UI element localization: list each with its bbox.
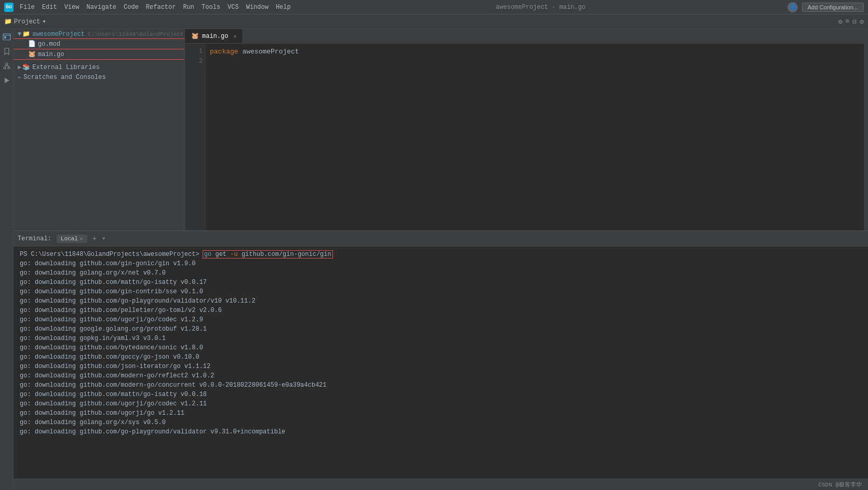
project-text: Project [14,18,40,25]
tree-item-maingo[interactable]: 🐹 main.go [14,49,184,59]
code-line-2 [210,58,860,69]
terminal-output[interactable]: PS C:\Users\11848\GolandProjects\awesome… [14,247,868,490]
menu-view[interactable]: View [61,3,83,12]
expand-icon-libs: ▶ [18,63,21,71]
tab-close-icon[interactable]: ✕ [233,33,236,39]
statusbar-label: CSDN @极客李华 [818,481,862,488]
terminal-dropdown-icon[interactable]: ▾ [102,235,105,242]
scratches-label: Scratches and Consoles [23,74,105,81]
menu-window[interactable]: Window [243,3,272,12]
expand-icon: ▼ [18,31,21,38]
project-dropdown-icon[interactable]: ▾ [42,18,46,25]
main-layout: ▼ 📁 awesomeProject C:\Users\11848\Goland… [0,29,868,490]
sidebar-run-icon[interactable] [1,75,12,86]
tab-maingo-label: main.go [202,33,228,40]
svg-point-5 [8,67,10,69]
terminal-output-line: go: downloading github.com/ugorji/go v1.… [20,409,862,418]
tree-item-awesomeproject[interactable]: ▼ 📁 awesomeProject C:\Users\11848\Goland… [14,29,184,39]
terminal-command-line: PS C:\Users\11848\GolandProjects\awesome… [20,250,862,259]
maingo-label: main.go [38,51,64,58]
gomod-label: go.mod [38,40,60,48]
tab-go-icon: 🐹 [191,32,199,40]
libs-icon: 📚 [22,63,30,71]
package-name: awesomeProject [242,48,299,56]
terminal-tabs-bar: Terminal: Local ✕ + ▾ [14,231,868,247]
minimize-icon[interactable]: ⊟ [852,18,857,26]
project-icons: ⚙ ≡ ⊟ ⚙ [838,18,864,26]
user-icon[interactable]: 👤 [787,2,798,12]
terminal-output-line: go: downloading github.com/gin-contrib/s… [20,287,862,296]
terminal-add-tab-button[interactable]: + [90,235,99,243]
project-name: awesomeProject [32,31,85,38]
menu-navigate[interactable]: Navigate [83,3,119,12]
terminal-output-line: go: downloading github.com/modern-go/con… [20,380,862,390]
app-icon: Go [4,3,14,12]
menu-file[interactable]: File [17,3,38,12]
titlebar-right: 👤 Add Configuration... [787,2,864,12]
terminal-tab-close[interactable]: ✕ [80,236,83,242]
project-bar: 📁 Project ▾ ⚙ ≡ ⊟ ⚙ [0,15,868,29]
tree-item-scratches[interactable]: ✏️ Scratches and Consoles [14,72,184,82]
keyword-package: package [210,48,238,56]
svg-line-6 [5,65,7,67]
terminal-output-line: go: downloading github.com/goccy/go-json… [20,352,862,362]
terminal-output-line: go: downloading github.com/pelletier/go-… [20,306,862,315]
terminal-output-line: go: downloading github.com/mattn/go-isat… [20,390,862,399]
terminal-tab-label: Local [61,236,78,242]
terminal-label: Terminal: [18,235,51,242]
terminal-prompt: PS C:\Users\11848\GolandProjects\awesome… [20,251,199,258]
menu-help[interactable]: Help [273,3,294,12]
sidebar-vcs-icon[interactable] [1,60,12,72]
left-sidebar-icons [0,29,14,490]
tab-maingo[interactable]: 🐹 main.go ✕ [185,29,243,43]
collapse-icon[interactable]: ≡ [846,18,850,25]
cmd-flag-u: -u [230,251,237,258]
svg-point-3 [6,63,8,65]
sidebar-project-icon[interactable] [1,31,12,43]
terminal-output-lines: go: downloading github.com/gin-gonic/gin… [20,259,862,437]
terminal-output-line: go: downloading github.com/ugorji/go/cod… [20,399,862,409]
svg-rect-2 [4,36,6,38]
terminal-output-line: go: downloading github.com/go-playground… [20,296,862,306]
code-line-1: package awesomeProject [210,47,860,58]
editor-tabs: 🐹 main.go ✕ [185,29,864,44]
menu-run[interactable]: Run [180,3,197,12]
terminal-tab-local[interactable]: Local ✕ [57,235,87,243]
external-libs-label: External Libraries [32,64,100,71]
svg-marker-8 [5,78,9,83]
menu-edit[interactable]: Edit [39,3,60,12]
tree-item-external-libs[interactable]: ▶ 📚 External Libraries [14,62,184,72]
menu-vcs[interactable]: VCS [224,3,242,12]
line-num-1: 1 [185,47,203,57]
terminal-output-line: go: downloading github.com/go-playground… [20,427,862,437]
terminal-output-line: go: downloading golang.org/x/sys v0.5.0 [20,418,862,427]
svg-line-7 [7,65,9,67]
sync-icon[interactable]: ⚙ [838,18,843,26]
terminal-output-line: go: downloading golang.org/x/net v0.7.0 [20,268,862,278]
settings-icon[interactable]: ⚙ [860,18,864,26]
folder-icon: 📁 [4,18,12,25]
terminal-output-line: go: downloading github.com/json-iterator… [20,362,862,371]
menu-code[interactable]: Code [121,3,142,12]
line-num-2: 2 [185,57,203,66]
terminal-output-line: go: downloading github.com/modern-go/ref… [20,371,862,380]
menu-tools[interactable]: Tools [198,3,223,12]
menu-refactor[interactable]: Refactor [143,3,179,12]
folder-icon: 📁 [22,30,30,38]
project-path: C:\Users\11848\GolandProjects\aweso... [88,31,184,37]
file-icon-go: 🐹 [28,50,36,58]
cmd-get: get [215,251,230,258]
tree-item-gomod[interactable]: 📄 go.mod [14,39,184,49]
sidebar-bookmark-icon[interactable] [1,46,12,57]
menu-bar: File Edit View Navigate Code Refactor Ru… [17,3,294,12]
terminal-output-line: go: downloading github.com/mattn/go-isat… [20,278,862,287]
project-label[interactable]: 📁 Project ▾ [4,18,46,25]
svg-point-4 [4,67,6,69]
terminal-panel: Terminal: Local ✕ + ▾ PS C:\Users\11848\… [14,230,868,490]
terminal-output-line: go: downloading github.com/bytedance/son… [20,343,862,352]
terminal-command: go get -u github.com/gin-gonic/gin [203,251,332,258]
add-config-button[interactable]: Add Configuration... [802,3,864,12]
terminal-output-line: go: downloading google.golang.org/protob… [20,324,862,334]
cmd-package: github.com/gin-gonic/gin [242,251,331,258]
cmd-go: go [204,251,211,258]
